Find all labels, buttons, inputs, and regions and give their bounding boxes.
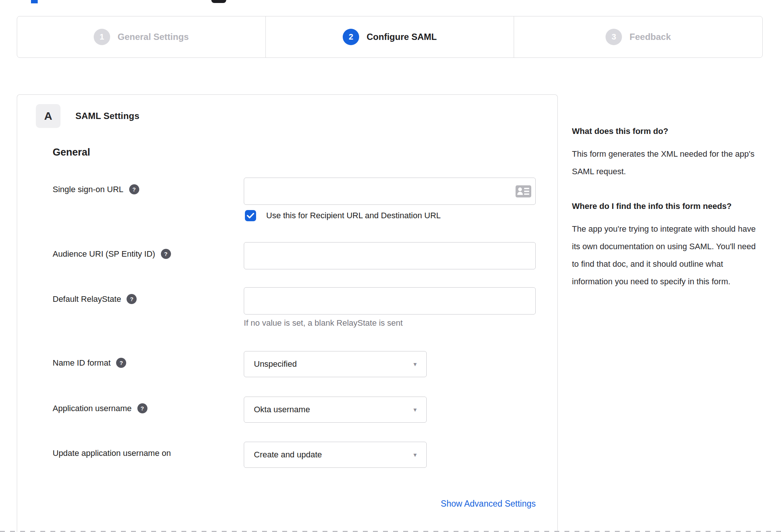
control-cell: Create and update ▾ xyxy=(244,442,536,468)
relaystate-hint: If no value is set, a blank RelayState i… xyxy=(244,318,536,328)
name-id-format-select[interactable]: Unspecified ▾ xyxy=(244,351,427,377)
general-form: Single sign-on URL ? xyxy=(53,178,536,509)
single-sign-on-url-label: Single sign-on URL xyxy=(53,185,124,194)
default-relaystate-input[interactable] xyxy=(244,287,536,314)
contact-card-icon[interactable] xyxy=(516,185,531,197)
help-icon[interactable]: ? xyxy=(161,249,171,259)
default-relaystate-label: Default RelayState xyxy=(53,294,121,304)
update-application-username-select[interactable]: Create and update ▾ xyxy=(244,442,427,468)
recipient-url-checkbox-label[interactable]: Use this for Recipient URL and Destinati… xyxy=(266,211,441,220)
general-group-title: General xyxy=(53,147,536,158)
help-heading: Where do I find the info this form needs… xyxy=(572,197,763,215)
section-header: A SAML Settings xyxy=(36,104,536,128)
section-a-badge: A xyxy=(36,104,60,128)
recipient-url-checkbox[interactable] xyxy=(245,210,256,221)
wizard-stepper: 1 General Settings 2 Configure SAML 3 Fe… xyxy=(17,16,763,58)
step-label: Feedback xyxy=(629,32,671,42)
select-value: Okta username xyxy=(254,405,310,414)
field-row-update-application-username: Update application username on Create an… xyxy=(53,442,536,468)
input-wrap xyxy=(244,178,536,205)
control-cell xyxy=(244,242,536,269)
step-number-badge: 2 xyxy=(343,29,359,45)
cut-off-title-fragment xyxy=(31,0,38,3)
audience-uri-label: Audience URI (SP Entity ID) xyxy=(53,249,155,259)
help-paragraph: This form generates the XML needed for t… xyxy=(572,145,763,180)
field-row-default-relaystate: Default RelayState ? If no value is set,… xyxy=(53,287,536,328)
cut-off-icon-fragment xyxy=(211,0,226,3)
advanced-settings-row: Show Advanced Settings xyxy=(53,499,536,509)
field-row-audience-uri: Audience URI (SP Entity ID) ? xyxy=(53,242,536,269)
control-cell: Use this for Recipient URL and Destinati… xyxy=(244,178,536,221)
audience-uri-input[interactable] xyxy=(244,242,536,269)
single-sign-on-url-input[interactable] xyxy=(244,178,536,205)
help-icon[interactable]: ? xyxy=(127,294,137,304)
help-paragraph: The app you're trying to integrate with … xyxy=(572,220,763,290)
stepper-step-feedback[interactable]: 3 Feedback xyxy=(514,16,762,57)
help-icon[interactable]: ? xyxy=(129,184,139,194)
stepper-step-configure-saml[interactable]: 2 Configure SAML xyxy=(265,16,514,57)
step-label: General Settings xyxy=(118,32,189,42)
field-row-name-id-format: Name ID format ? Unspecified ▾ xyxy=(53,351,536,377)
input-wrap xyxy=(244,242,536,269)
show-advanced-settings-link[interactable]: Show Advanced Settings xyxy=(441,499,536,508)
help-section-what: What does this form do? This form genera… xyxy=(572,122,763,180)
name-id-format-label: Name ID format xyxy=(53,358,111,368)
chevron-down-icon: ▾ xyxy=(413,451,417,459)
update-application-username-label: Update application username on xyxy=(53,448,171,458)
application-username-select[interactable]: Okta username ▾ xyxy=(244,397,427,423)
recipient-url-checkbox-row: Use this for Recipient URL and Destinati… xyxy=(245,210,536,221)
step-number-badge: 1 xyxy=(94,29,110,45)
label-cell: Name ID format ? xyxy=(53,351,244,368)
help-icon[interactable]: ? xyxy=(137,403,147,413)
label-cell: Single sign-on URL ? xyxy=(53,178,244,194)
control-cell: Okta username ▾ xyxy=(244,397,536,423)
label-cell: Application username ? xyxy=(53,397,244,413)
saml-settings-panel: A SAML Settings General Single sign-on U… xyxy=(17,94,558,532)
help-icon[interactable]: ? xyxy=(116,358,126,368)
step-label: Configure SAML xyxy=(367,32,437,42)
help-heading: What does this form do? xyxy=(572,122,763,140)
step-number-badge: 3 xyxy=(606,29,622,45)
help-section-where: Where do I find the info this form needs… xyxy=(572,197,763,290)
select-value: Unspecified xyxy=(254,359,297,369)
label-cell: Audience URI (SP Entity ID) ? xyxy=(53,242,244,259)
application-username-label: Application username xyxy=(53,404,132,413)
control-cell: If no value is set, a blank RelayState i… xyxy=(244,287,536,328)
field-row-single-sign-on-url: Single sign-on URL ? xyxy=(53,178,536,221)
section-title: SAML Settings xyxy=(75,111,140,121)
stepper-step-general-settings[interactable]: 1 General Settings xyxy=(17,16,265,57)
control-cell: Unspecified ▾ xyxy=(244,351,536,377)
label-cell: Update application username on xyxy=(53,442,244,458)
select-value: Create and update xyxy=(254,450,322,460)
label-cell: Default RelayState ? xyxy=(53,287,244,304)
field-row-application-username: Application username ? Okta username ▾ xyxy=(53,397,536,423)
check-icon xyxy=(247,213,254,219)
chevron-down-icon: ▾ xyxy=(413,406,417,414)
input-wrap xyxy=(244,287,536,314)
chevron-down-icon: ▾ xyxy=(413,360,417,368)
help-sidebar: What does this form do? This form genera… xyxy=(572,122,763,290)
